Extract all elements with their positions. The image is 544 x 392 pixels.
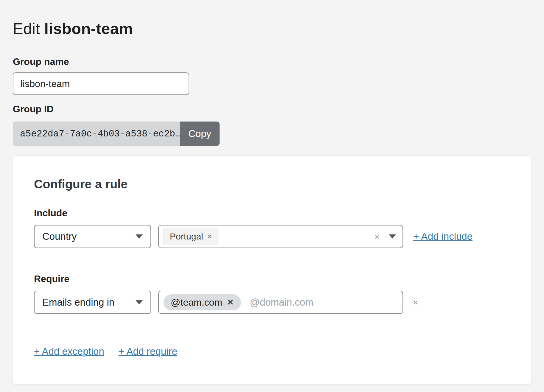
page-title-group-name: lisbon-team [44, 20, 133, 37]
require-tag-label: @team.com [171, 297, 222, 308]
chevron-down-icon [136, 300, 143, 304]
page-title: Editlisbon-team [13, 19, 133, 38]
require-rule-row: Emails ending in @team.com ✕ × [34, 291, 418, 314]
group-id-field: a5e22da7-7a0c-4b03-a538-ec2b… Copy [13, 122, 220, 146]
chevron-down-icon[interactable] [389, 234, 396, 239]
add-include-link[interactable]: + Add include [413, 231, 472, 242]
include-tag: Portugal × [164, 228, 218, 245]
rule-card-heading: Configure a rule [34, 177, 128, 191]
include-multiselect-controls: × [374, 232, 396, 241]
remove-require-rule-icon[interactable]: × [413, 298, 418, 307]
include-tag-label: Portugal [170, 231, 203, 242]
require-value-input-box[interactable]: @team.com ✕ [158, 291, 403, 314]
add-exception-link[interactable]: + Add exception [34, 346, 104, 357]
include-rule-row: Country Portugal × × + Add include [34, 225, 472, 248]
require-domain-input[interactable] [249, 296, 396, 308]
rule-actions-row: + Add exception + Add require [34, 346, 177, 357]
include-clear-icon[interactable]: × [374, 232, 380, 241]
rule-card: Configure a rule Include Country Portuga… [13, 155, 531, 384]
group-id-value: a5e22da7-7a0c-4b03-a538-ec2b… [13, 122, 180, 146]
include-label: Include [34, 208, 67, 219]
copy-button[interactable]: Copy [180, 122, 220, 146]
group-id-label: Group ID [13, 104, 54, 115]
require-selector-dropdown[interactable]: Emails ending in [34, 291, 151, 314]
include-selector-value: Country [42, 231, 77, 242]
add-require-link[interactable]: + Add require [119, 346, 177, 357]
page-title-prefix: Edit [13, 20, 40, 37]
group-name-input[interactable] [13, 72, 189, 95]
group-name-label: Group name [13, 56, 69, 67]
include-selector-dropdown[interactable]: Country [34, 225, 151, 248]
require-label: Require [34, 273, 69, 284]
require-selector-value: Emails ending in [42, 297, 114, 308]
require-tag-remove-icon[interactable]: ✕ [227, 298, 234, 307]
chevron-down-icon [136, 234, 143, 239]
require-tag: @team.com ✕ [164, 294, 241, 310]
include-tag-remove-icon[interactable]: × [207, 232, 212, 241]
include-value-multiselect[interactable]: Portugal × × [158, 225, 403, 248]
edit-group-page: Editlisbon-team Group name Group ID a5e2… [0, 0, 544, 392]
